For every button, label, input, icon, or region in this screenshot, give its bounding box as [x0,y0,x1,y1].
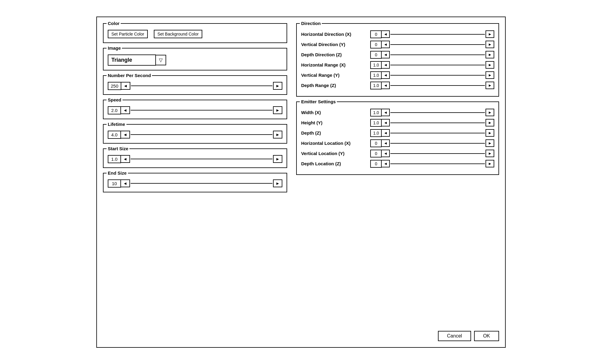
emitter-value-5[interactable]: 0 [370,160,382,168]
direction-row-3: Horizontal Range (X) 1.0 ◄ ► [301,61,494,69]
dir-left-icon-2: ◄ [383,52,387,57]
direction-right-1[interactable]: ► [486,41,494,48]
direction-value-1[interactable]: 0 [370,41,382,48]
emitter-left-0[interactable]: ◄ [382,109,390,116]
direction-track-3[interactable] [390,65,485,65]
end-size-row: 10 ◄ ► [108,179,282,188]
color-group-title: Color [107,21,121,26]
emitter-left-3[interactable]: ◄ [382,139,390,147]
direction-value-0[interactable]: 0 [370,30,382,38]
lifetime-value[interactable]: 4.0 [108,131,121,139]
image-dropdown-button[interactable]: ▽ [156,55,166,65]
emitter-right-0[interactable]: ► [486,109,494,116]
direction-rows: Horizontal Direction (X) 0 ◄ ► Vertical … [301,30,494,89]
number-per-second-right-button[interactable]: ► [273,82,283,90]
dropdown-icon: ▽ [159,58,163,63]
emitter-track-1[interactable] [390,123,485,123]
dir-right-icon-3: ► [488,63,492,67]
start-size-left-arrow-icon: ◄ [123,157,127,161]
emitter-value-1[interactable]: 1.0 [370,119,382,127]
emitter-right-icon-5: ► [488,161,492,166]
number-per-second-row: 250 ◄ ► [108,82,282,90]
start-size-right-button[interactable]: ► [273,155,283,163]
emitter-slider-4: 0 ◄ ► [370,150,494,157]
emitter-row-4: Vertical Location (Y) 0 ◄ ► [301,150,494,157]
direction-track-1[interactable] [390,44,485,45]
emitter-track-3[interactable] [390,143,485,144]
dir-right-icon-4: ► [488,73,492,77]
number-per-second-left-button[interactable]: ◄ [121,82,130,90]
direction-left-5[interactable]: ◄ [382,82,390,89]
direction-track-2[interactable] [390,54,485,55]
emitter-track-4[interactable] [390,153,485,154]
direction-track-4[interactable] [390,75,485,76]
speed-right-button[interactable]: ► [273,106,283,114]
emitter-slider-1: 1.0 ◄ ► [370,119,494,127]
direction-row-1: Vertical Direction (Y) 0 ◄ ► [301,41,494,48]
emitter-left-2[interactable]: ◄ [382,129,390,137]
emitter-left-5[interactable]: ◄ [382,160,390,167]
lifetime-left-button[interactable]: ◄ [121,131,130,138]
end-size-left-button[interactable]: ◄ [121,179,130,187]
emitter-value-0[interactable]: 1.0 [370,109,382,117]
end-size-right-button[interactable]: ► [273,179,283,187]
color-group: Color Set Particle Color Set Background … [103,23,287,43]
speed-value[interactable]: 2.0 [108,106,121,114]
emitter-track-0[interactable] [390,112,485,113]
end-size-track[interactable] [131,183,272,184]
ok-button[interactable]: OK [474,331,499,341]
direction-value-5[interactable]: 1.0 [370,82,382,89]
direction-track-5[interactable] [390,85,485,86]
direction-right-2[interactable]: ► [486,51,494,58]
right-panel: Direction Horizontal Direction (X) 0 ◄ ►… [296,23,499,341]
direction-value-2[interactable]: 0 [370,51,382,59]
direction-left-1[interactable]: ◄ [382,41,390,48]
emitter-track-5[interactable] [390,163,485,164]
emitter-left-4[interactable]: ◄ [382,150,390,157]
emitter-right-5[interactable]: ► [486,160,494,167]
image-select-value[interactable]: Triangle [108,54,156,66]
emitter-right-2[interactable]: ► [486,129,494,137]
start-size-track[interactable] [131,159,272,159]
direction-left-2[interactable]: ◄ [382,51,390,58]
number-per-second-value[interactable]: 250 [108,82,121,90]
emitter-right-4[interactable]: ► [486,150,494,157]
direction-left-4[interactable]: ◄ [382,71,390,79]
direction-label-5: Depth Range (Z) [301,83,367,88]
direction-right-5[interactable]: ► [486,82,494,89]
direction-track-0[interactable] [390,34,485,35]
set-particle-color-button[interactable]: Set Particle Color [108,30,148,38]
emitter-value-4[interactable]: 0 [370,150,382,157]
speed-track[interactable] [131,110,272,110]
direction-label-1: Vertical Direction (Y) [301,42,367,47]
start-size-left-button[interactable]: ◄ [121,155,130,163]
end-size-value[interactable]: 10 [108,179,121,188]
direction-right-0[interactable]: ► [486,30,494,38]
emitter-right-1[interactable]: ► [486,119,494,126]
direction-value-4[interactable]: 1.0 [370,71,382,79]
speed-left-button[interactable]: ◄ [121,106,130,114]
lifetime-track[interactable] [131,134,272,135]
emitter-value-3[interactable]: 0 [370,139,382,147]
direction-row-2: Depth Direction (Z) 0 ◄ ► [301,51,494,59]
end-size-left-arrow-icon: ◄ [123,181,127,186]
emitter-right-icon-3: ► [488,141,492,145]
emitter-value-2[interactable]: 1.0 [370,129,382,137]
set-background-color-button[interactable]: Set Background Color [154,30,202,38]
direction-left-0[interactable]: ◄ [382,30,390,38]
direction-label-0: Horizontal Direction (X) [301,32,367,37]
emitter-left-1[interactable]: ◄ [382,119,390,126]
dir-right-icon-2: ► [488,52,492,57]
direction-right-3[interactable]: ► [486,61,494,69]
lifetime-right-button[interactable]: ► [273,131,283,138]
direction-left-3[interactable]: ◄ [382,61,390,69]
start-size-value[interactable]: 1.0 [108,155,121,163]
cancel-button[interactable]: Cancel [438,331,471,341]
emitter-left-icon-2: ◄ [383,131,387,135]
direction-right-4[interactable]: ► [486,71,494,79]
number-per-second-track[interactable] [131,86,272,86]
speed-title: Speed [107,97,123,102]
emitter-track-2[interactable] [390,133,485,133]
emitter-right-3[interactable]: ► [486,139,494,147]
direction-value-3[interactable]: 1.0 [370,61,382,69]
